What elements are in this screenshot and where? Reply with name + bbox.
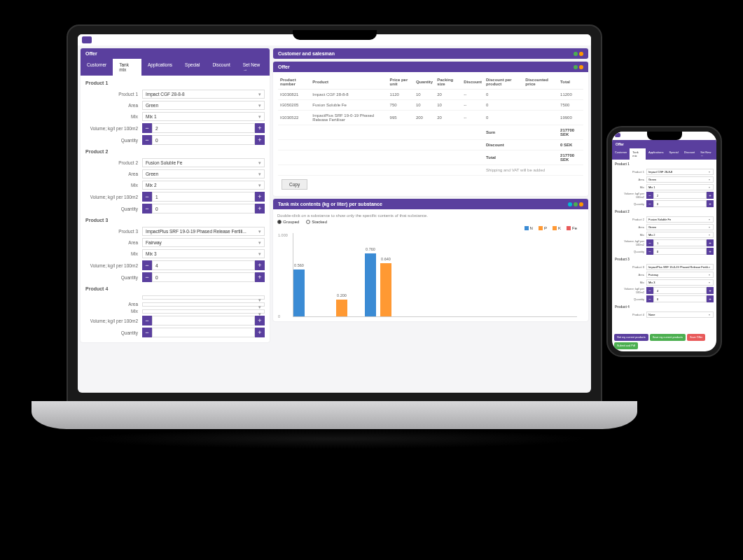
select-field[interactable]: Mix 2 (142, 181, 265, 190)
tab-applications[interactable]: Applications (646, 148, 667, 160)
status-dot-green-icon[interactable] (574, 65, 578, 69)
minus-button[interactable]: − (646, 287, 653, 294)
select-field[interactable]: Mix 2 (646, 232, 714, 238)
action-button[interactable]: Get my current products (614, 334, 648, 341)
minus-button[interactable]: − (142, 123, 152, 133)
radio-stacked[interactable]: Stacked (306, 220, 327, 224)
stepper-value[interactable] (152, 328, 255, 337)
select-field[interactable]: Fairway (142, 238, 265, 247)
select-field[interactable]: Green (142, 169, 265, 178)
plus-button[interactable]: + (255, 316, 265, 326)
tab-tank-mix[interactable]: Tank mix (630, 148, 646, 160)
select-field[interactable]: Impact CGF 28-8-8 (142, 90, 265, 99)
stepper-value[interactable] (152, 316, 255, 326)
select-field[interactable]: Green (646, 176, 714, 183)
select-field[interactable]: Green (142, 101, 265, 110)
minus-button[interactable]: − (142, 260, 152, 270)
action-button[interactable]: Submit and Pdf (614, 342, 638, 349)
stepper-value[interactable]: 4 (653, 287, 707, 294)
tab-special[interactable]: Special (179, 59, 206, 76)
tab-applications[interactable]: Applications (141, 59, 179, 76)
tab-customer[interactable]: Customer (81, 59, 113, 76)
select-field[interactable]: Mix 1 (646, 184, 714, 190)
minus-button[interactable]: − (646, 200, 653, 207)
legend-item[interactable]: N (525, 226, 533, 230)
plus-button[interactable]: + (255, 260, 265, 270)
select-field[interactable]: Fairway (646, 272, 714, 278)
tab-discount[interactable]: Discount (681, 148, 698, 160)
tab-customer[interactable]: Customer (612, 148, 630, 160)
stepper-value[interactable]: 0 (653, 248, 707, 255)
status-dot-orange-icon[interactable] (579, 202, 583, 206)
stepper-value[interactable]: 0 (653, 295, 707, 302)
plus-button[interactable]: + (255, 328, 265, 337)
minus-button[interactable]: − (646, 295, 653, 302)
select-field[interactable]: Fusion Soluble Fe (142, 158, 265, 167)
minus-button[interactable]: − (142, 192, 152, 202)
minus-button[interactable]: − (142, 316, 152, 326)
tab-set-new-[interactable]: Set New → (697, 148, 716, 160)
status-dot-orange-icon[interactable] (579, 52, 583, 56)
status-dot-cyan-icon[interactable] (568, 202, 572, 206)
action-button[interactable]: Save Offer (687, 334, 705, 341)
table-row[interactable]: IG030821Impact CGF 28-8-811201020--01120… (278, 90, 583, 100)
minus-button[interactable]: − (646, 239, 653, 246)
stepper-value[interactable]: 0 (152, 135, 255, 145)
copy-button[interactable]: Copy (282, 179, 307, 190)
bar[interactable]: 0.200 (336, 300, 347, 316)
stepper-value[interactable]: 0 (653, 200, 707, 207)
status-dot-orange-icon[interactable] (579, 65, 583, 69)
bar[interactable]: 0.760 (365, 253, 376, 316)
tab-set-new-[interactable]: Set New → (237, 59, 270, 76)
table-row[interactable]: IG030522ImpactPlus SRF 19-0-19 Phased Re… (278, 111, 583, 125)
table-row[interactable]: IG050205Fusion Soluble Fe7501010--07500 (278, 100, 583, 111)
minus-button[interactable]: − (142, 135, 152, 145)
select-field[interactable]: Mix 1 (142, 112, 265, 121)
bar[interactable]: 0.560 (293, 270, 305, 316)
stepper-value[interactable]: 2 (152, 123, 255, 133)
status-dot-green-icon[interactable] (574, 202, 578, 206)
status-dot-green-icon[interactable] (574, 52, 578, 56)
plus-button[interactable]: + (255, 123, 265, 133)
stepper-value[interactable]: 4 (152, 260, 255, 270)
select-field[interactable] (142, 309, 265, 314)
minus-button[interactable]: − (646, 248, 653, 255)
plus-button[interactable]: + (707, 239, 714, 246)
stepper-value[interactable]: 1 (653, 239, 707, 246)
stepper-value[interactable]: 1 (152, 192, 255, 202)
plus-button[interactable]: + (707, 295, 714, 302)
legend-item[interactable]: Fe (567, 226, 577, 230)
plus-button[interactable]: + (255, 192, 265, 202)
select-field[interactable] (142, 302, 265, 307)
minus-button[interactable]: − (142, 204, 152, 214)
plus-button[interactable]: + (707, 287, 714, 294)
radio-grouped[interactable]: Grouped (277, 220, 299, 224)
select-field[interactable] (142, 295, 265, 300)
bar-chart[interactable]: 1.000 0 0.5600.2000.7600.640 (293, 233, 577, 317)
plus-button[interactable]: + (255, 135, 265, 145)
tab-tank-mix[interactable]: Tank mix (113, 59, 141, 76)
plus-button[interactable]: + (707, 200, 714, 207)
minus-button[interactable]: − (646, 192, 653, 199)
legend-item[interactable]: P (539, 226, 547, 230)
select-field[interactable]: Fusion Soluble Fe (646, 216, 714, 223)
select-field[interactable]: ImpactPlus SRF 19-0-19 Phased Release Fe… (646, 264, 714, 270)
select-field[interactable]: Green (646, 224, 714, 230)
select-field[interactable]: None (646, 312, 714, 318)
stepper-value[interactable]: 0 (152, 204, 255, 214)
plus-button[interactable]: + (255, 272, 265, 282)
plus-button[interactable]: + (707, 248, 714, 255)
select-field[interactable]: Mix 3 (646, 279, 714, 286)
stepper-value[interactable]: 2 (653, 192, 707, 199)
select-field[interactable]: Impact CGF 28-8-8 (646, 169, 714, 175)
plus-button[interactable]: + (255, 204, 265, 214)
action-button[interactable]: Save my current products (650, 334, 686, 341)
legend-item[interactable]: K (553, 226, 561, 230)
select-field[interactable]: Mix 3 (142, 249, 265, 258)
stepper-value[interactable]: 0 (152, 272, 255, 282)
tab-special[interactable]: Special (667, 148, 681, 160)
bar[interactable]: 0.640 (380, 263, 391, 316)
tab-discount[interactable]: Discount (206, 59, 236, 76)
select-field[interactable]: ImpactPlus SRF 19-0-19 Phased Release Fe… (142, 227, 265, 236)
minus-button[interactable]: − (142, 328, 152, 337)
